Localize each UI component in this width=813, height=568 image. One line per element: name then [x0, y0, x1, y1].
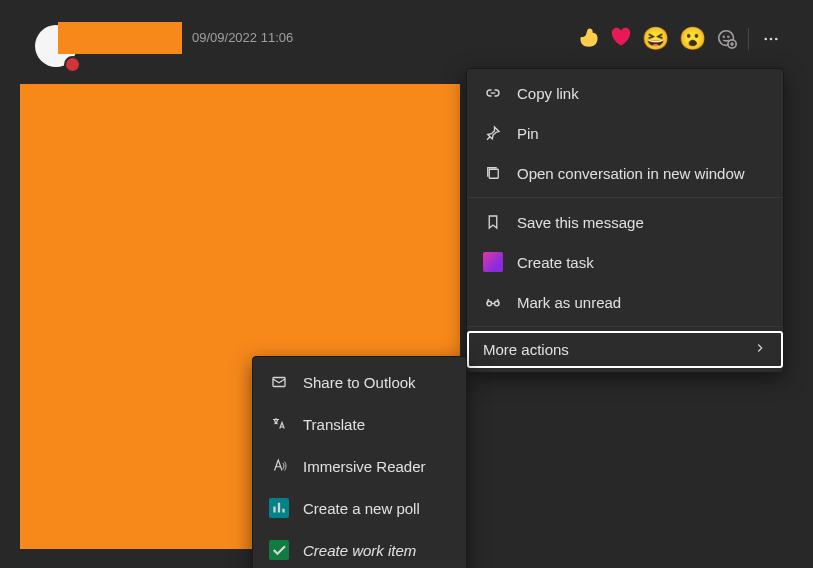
svg-point-1	[723, 36, 724, 37]
menu-divider	[467, 326, 783, 327]
submenu-share-outlook-label: Share to Outlook	[303, 374, 416, 391]
reaction-tray: 😆 😮	[572, 22, 789, 56]
like-reaction[interactable]	[578, 26, 600, 52]
menu-open-window-label: Open conversation in new window	[517, 165, 745, 182]
more-actions-submenu: Share to Outlook Translate Immersive Rea…	[252, 356, 467, 568]
reaction-separator	[748, 28, 749, 50]
surprised-reaction[interactable]: 😮	[679, 28, 706, 50]
svg-rect-7	[489, 169, 498, 178]
menu-save-label: Save this message	[517, 214, 644, 231]
immersive-reader-icon	[269, 456, 289, 476]
pin-icon	[483, 123, 503, 143]
popout-icon	[483, 163, 503, 183]
submenu-immersive-label: Immersive Reader	[303, 458, 426, 475]
menu-more-actions[interactable]: More actions	[467, 331, 783, 368]
menu-more-actions-label: More actions	[483, 341, 569, 358]
add-reaction-icon[interactable]	[716, 28, 738, 50]
work-item-app-icon	[269, 540, 289, 560]
svg-point-5	[770, 38, 773, 41]
menu-pin[interactable]: Pin	[467, 113, 783, 153]
link-icon	[483, 83, 503, 103]
menu-unread-label: Mark as unread	[517, 294, 621, 311]
bookmark-icon	[483, 212, 503, 232]
svg-point-2	[728, 36, 729, 37]
mail-icon	[269, 372, 289, 392]
menu-copy-link[interactable]: Copy link	[467, 73, 783, 113]
author-name-redacted	[58, 22, 182, 54]
submenu-share-outlook[interactable]: Share to Outlook	[253, 361, 466, 403]
translate-icon	[269, 414, 289, 434]
menu-divider	[467, 197, 783, 198]
planner-icon	[483, 252, 503, 272]
submenu-translate[interactable]: Translate	[253, 403, 466, 445]
submenu-translate-label: Translate	[303, 416, 365, 433]
laugh-reaction[interactable]: 😆	[642, 28, 669, 50]
heart-reaction[interactable]	[610, 26, 632, 52]
submenu-work-item-label: Create work item	[303, 542, 416, 559]
menu-unread[interactable]: Mark as unread	[467, 282, 783, 322]
submenu-immersive[interactable]: Immersive Reader	[253, 445, 466, 487]
submenu-work-item[interactable]: Create work item	[253, 529, 466, 568]
presence-indicator	[64, 56, 81, 73]
menu-create-task[interactable]: Create task	[467, 242, 783, 282]
svg-point-6	[775, 38, 778, 41]
svg-point-4	[764, 38, 767, 41]
menu-create-task-label: Create task	[517, 254, 594, 271]
timestamp: 09/09/2022 11:06	[192, 30, 293, 45]
glasses-icon	[483, 292, 503, 312]
poll-app-icon	[269, 498, 289, 518]
chevron-right-icon	[753, 341, 767, 358]
menu-open-window[interactable]: Open conversation in new window	[467, 153, 783, 193]
submenu-new-poll-label: Create a new poll	[303, 500, 420, 517]
menu-copy-link-label: Copy link	[517, 85, 579, 102]
submenu-new-poll[interactable]: Create a new poll	[253, 487, 466, 529]
message-context-menu: Copy link Pin Open conversation in new w…	[466, 68, 784, 373]
more-options-button[interactable]	[759, 30, 783, 48]
menu-pin-label: Pin	[517, 125, 539, 142]
menu-save[interactable]: Save this message	[467, 202, 783, 242]
